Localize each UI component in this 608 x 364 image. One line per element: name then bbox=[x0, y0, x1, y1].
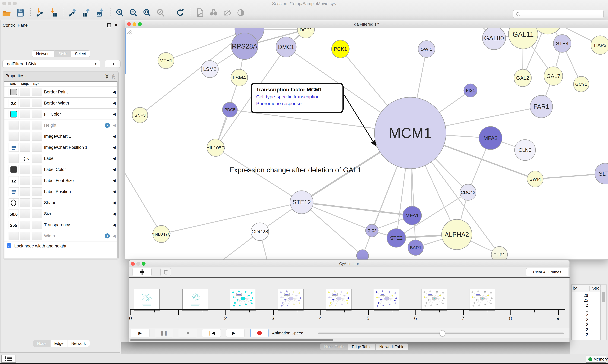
mapping-cell[interactable] bbox=[20, 132, 30, 141]
edge[interactable] bbox=[216, 148, 302, 202]
annotation-link[interactable]: Pheromone response bbox=[256, 101, 338, 106]
frame-thumbnail-5[interactable] bbox=[374, 289, 399, 309]
scrollbar-thumb[interactable] bbox=[130, 339, 333, 341]
bypass-cell[interactable] bbox=[32, 187, 42, 196]
delete-frame-button[interactable] bbox=[160, 268, 171, 276]
table-row[interactable]: 2 bbox=[572, 323, 588, 327]
search-box[interactable] bbox=[513, 10, 604, 18]
clear-all-frames-button[interactable]: Clear All Frames bbox=[526, 268, 568, 276]
table-row[interactable]: 2 bbox=[572, 313, 588, 317]
collapse-row-icon[interactable]: ◀ bbox=[113, 109, 116, 120]
property-row-label-font-size[interactable]: 12Label Font Size◀ bbox=[4, 175, 117, 186]
frame-thumbnail-0[interactable] bbox=[134, 289, 160, 309]
export-table-icon[interactable] bbox=[82, 8, 91, 18]
mapping-cell[interactable] bbox=[20, 88, 30, 96]
export-network-icon[interactable] bbox=[69, 8, 78, 18]
default-value-cell[interactable] bbox=[9, 143, 19, 152]
mapping-cell[interactable] bbox=[20, 232, 30, 240]
collapse-row-icon[interactable]: ◀ bbox=[113, 230, 116, 241]
bypass-cell[interactable] bbox=[32, 121, 42, 130]
table-row[interactable]: 1 bbox=[572, 308, 588, 312]
default-value-cell[interactable] bbox=[9, 132, 19, 141]
property-row-height[interactable]: Heighti◀ bbox=[4, 119, 117, 130]
style-options-button[interactable]: ▾ bbox=[105, 60, 121, 68]
skip-start-button[interactable]: ❘◀ bbox=[202, 329, 221, 338]
cyanimator-titlebar[interactable]: CyAnimator bbox=[129, 260, 569, 267]
timeline-scrollbar[interactable] bbox=[129, 338, 569, 342]
tab-select[interactable]: Select bbox=[71, 51, 90, 57]
tab-node-table[interactable]: Node Table bbox=[320, 343, 348, 350]
bypass-cell[interactable] bbox=[32, 198, 42, 207]
bypass-cell[interactable] bbox=[32, 154, 42, 163]
collapse-row-icon[interactable]: ◀ bbox=[113, 219, 116, 230]
property-row-border-paint[interactable]: Border Paint◀ bbox=[4, 86, 117, 97]
mapping-cell[interactable] bbox=[20, 99, 30, 107]
default-value-cell[interactable] bbox=[9, 165, 19, 174]
skip-end-button[interactable]: ▶❘ bbox=[226, 329, 245, 338]
style-selector[interactable]: galFiltered Style ▾ bbox=[2, 60, 100, 68]
timeline[interactable]: 0123456789 Seconds bbox=[129, 278, 569, 328]
tab-network-bottom[interactable]: Network bbox=[68, 340, 90, 347]
frame-thumbnail-3[interactable] bbox=[278, 289, 304, 309]
mapping-cell[interactable] bbox=[20, 121, 30, 130]
collapse-row-icon[interactable]: ◀ bbox=[113, 208, 116, 219]
collapse-row-icon[interactable]: ◀ bbox=[113, 153, 116, 164]
export-image-icon[interactable] bbox=[96, 8, 105, 18]
lock-node-size-row[interactable]: ✓ Lock node width and height bbox=[4, 241, 117, 250]
show-all-icon[interactable] bbox=[236, 8, 245, 18]
bypass-cell[interactable] bbox=[32, 232, 42, 240]
property-row-width[interactable]: Widthi◀ bbox=[4, 230, 117, 241]
tab-network-table[interactable]: Network Table bbox=[375, 343, 408, 350]
bypass-cell[interactable] bbox=[32, 176, 42, 185]
default-value-cell[interactable] bbox=[9, 154, 19, 163]
frame-thumbnail-2[interactable] bbox=[230, 289, 256, 309]
zoom-out-icon[interactable] bbox=[129, 8, 138, 18]
table-row[interactable]: 2 bbox=[572, 327, 588, 332]
refresh-layout-icon[interactable] bbox=[176, 8, 185, 18]
default-value-cell[interactable] bbox=[9, 187, 19, 196]
default-value-cell[interactable]: 2.0 bbox=[9, 99, 19, 107]
default-value-cell[interactable]: 12 bbox=[9, 176, 19, 185]
tab-edge-table[interactable]: Edge Table bbox=[348, 343, 375, 350]
table-row[interactable]: 2 bbox=[572, 303, 588, 308]
default-value-cell[interactable] bbox=[9, 198, 19, 207]
frame-thumbnail-1[interactable] bbox=[182, 289, 208, 309]
save-session-icon[interactable] bbox=[15, 8, 25, 18]
collapse-row-icon[interactable]: ◀ bbox=[113, 87, 116, 98]
memory-button[interactable]: Memory bbox=[586, 355, 607, 363]
default-value-cell[interactable] bbox=[9, 232, 19, 240]
bypass-cell[interactable] bbox=[32, 221, 42, 229]
property-row-label-position[interactable]: Label Position◀ bbox=[4, 186, 117, 197]
play-button[interactable]: ▶ bbox=[131, 329, 150, 338]
bypass-cell[interactable] bbox=[32, 143, 42, 152]
bypass-cell[interactable] bbox=[32, 99, 42, 107]
bypass-cell[interactable] bbox=[32, 88, 42, 96]
tab-network[interactable]: Network bbox=[32, 51, 55, 57]
property-row-shape[interactable]: Shape◀ bbox=[4, 197, 117, 208]
table-row[interactable]: 25 bbox=[572, 298, 588, 303]
tab-edge[interactable]: Edge bbox=[51, 340, 68, 347]
property-row-label[interactable]: ⋮›Label◀ bbox=[4, 153, 117, 164]
record-button[interactable] bbox=[250, 329, 269, 338]
annotation-link[interactable]: Cell-type-specific transcription bbox=[256, 94, 338, 99]
tab-node[interactable]: Node bbox=[33, 340, 51, 347]
float-panel-icon[interactable] bbox=[107, 23, 111, 27]
mapping-cell[interactable] bbox=[20, 110, 30, 118]
property-row-border-width[interactable]: 2.0Border Width◀ bbox=[4, 97, 117, 108]
checkbox-checked-icon[interactable]: ✓ bbox=[7, 243, 11, 248]
properties-header[interactable]: Properties ▾ bbox=[5, 73, 27, 78]
default-value-cell[interactable]: 50.0 bbox=[9, 209, 19, 218]
zoom-selected-icon[interactable] bbox=[156, 8, 165, 18]
collapse-all-icon[interactable]: ≫ bbox=[110, 74, 116, 79]
table-row[interactable]: 2 bbox=[572, 318, 588, 322]
edge[interactable] bbox=[161, 202, 302, 234]
collapse-row-icon[interactable]: ◀ bbox=[113, 164, 116, 175]
default-value-cell[interactable] bbox=[9, 110, 19, 118]
bypass-cell[interactable] bbox=[32, 165, 42, 174]
frame-thumbnail-4[interactable] bbox=[326, 289, 351, 309]
tab-style[interactable]: Style bbox=[55, 51, 71, 57]
mapping-cell[interactable] bbox=[20, 198, 30, 207]
collapse-row-icon[interactable]: ◀ bbox=[113, 131, 116, 142]
mapping-cell[interactable] bbox=[20, 143, 30, 152]
info-icon[interactable]: i bbox=[105, 234, 110, 238]
